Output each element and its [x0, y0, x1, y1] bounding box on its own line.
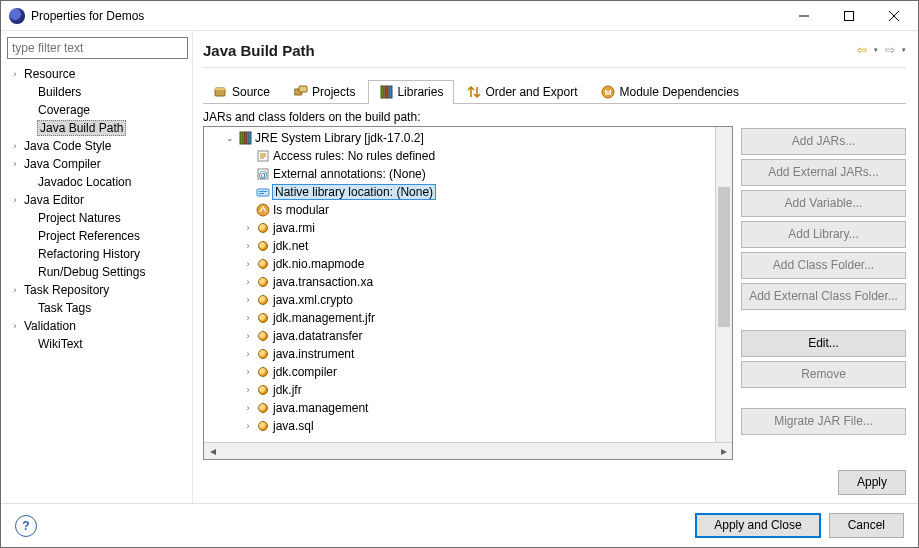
tree-row[interactable]: ›java.sql	[204, 417, 732, 435]
window-title: Properties for Demos	[31, 9, 144, 23]
tab-order-and-export[interactable]: Order and Export	[456, 80, 588, 104]
expand-icon[interactable]: ›	[242, 367, 254, 377]
tab-source[interactable]: Source	[203, 80, 281, 104]
tree-row[interactable]: ·@External annotations: (None)	[204, 165, 732, 183]
scroll-left-icon[interactable]: ◂	[204, 443, 221, 460]
nav-item[interactable]: ›Java Compiler	[7, 155, 188, 173]
tree-row[interactable]: ›java.datatransfer	[204, 327, 732, 345]
expand-icon[interactable]: ›	[9, 285, 21, 295]
tree-row[interactable]: ·Access rules: No rules defined	[204, 147, 732, 165]
expand-icon[interactable]: ›	[9, 159, 21, 169]
apply-and-close-button[interactable]: Apply and Close	[695, 513, 820, 538]
tree-row-label: java.xml.crypto	[272, 293, 354, 307]
nav-item[interactable]: ·WikiText	[7, 335, 188, 353]
expand-icon[interactable]: ⌄	[224, 133, 236, 143]
nav-item[interactable]: ›Resource	[7, 65, 188, 83]
tree-row[interactable]: ›jdk.jfr	[204, 381, 732, 399]
scrollbar-thumb[interactable]	[718, 187, 730, 327]
nav-item[interactable]: ·Coverage	[7, 101, 188, 119]
help-button[interactable]: ?	[15, 515, 37, 537]
expand-icon[interactable]: ›	[9, 69, 21, 79]
svg-rect-7	[389, 86, 392, 98]
tab-projects[interactable]: Projects	[283, 80, 366, 104]
forward-button[interactable]: ⇨	[882, 42, 898, 58]
nav-item[interactable]: ›Task Repository	[7, 281, 188, 299]
tree-row[interactable]: ›java.transaction.xa	[204, 273, 732, 291]
expand-icon[interactable]: ›	[242, 403, 254, 413]
back-button[interactable]: ⇦	[854, 42, 870, 58]
forward-menu-caret[interactable]: ▾	[902, 46, 906, 54]
tree-row[interactable]: ›java.management	[204, 399, 732, 417]
tree-row[interactable]: ·Native library location: (None)	[204, 183, 732, 201]
nav-item[interactable]: ·Project References	[7, 227, 188, 245]
tree-row[interactable]: ›java.xml.crypto	[204, 291, 732, 309]
expand-icon[interactable]: ›	[242, 385, 254, 395]
nav-item[interactable]: ›Validation	[7, 317, 188, 335]
scroll-right-icon[interactable]: ▸	[715, 443, 732, 460]
tree-row-label: jdk.nio.mapmode	[272, 257, 365, 271]
close-button[interactable]	[871, 1, 916, 31]
horizontal-scrollbar[interactable]: ◂ ▸	[204, 442, 732, 459]
maximize-button[interactable]	[826, 1, 871, 31]
category-tree[interactable]: ›Resource·Builders·Coverage·Java Build P…	[7, 65, 188, 353]
minimize-button[interactable]	[781, 1, 826, 31]
svg-text:M: M	[605, 88, 612, 97]
nav-item[interactable]: ·Javadoc Location	[7, 173, 188, 191]
expand-icon[interactable]: ›	[242, 295, 254, 305]
svg-rect-0	[844, 11, 853, 20]
tab-module-dependencies[interactable]: MModule Dependencies	[590, 80, 749, 104]
rules-icon	[256, 149, 270, 163]
svg-rect-18	[259, 193, 264, 194]
add-class-folder-button: Add Class Folder...	[741, 252, 906, 279]
tree-row-label: JRE System Library [jdk-17.0.2]	[254, 131, 425, 145]
tree-row[interactable]: ›jdk.nio.mapmode	[204, 255, 732, 273]
projects-icon	[294, 85, 308, 99]
nav-label: Project References	[37, 229, 141, 243]
nav-item[interactable]: ·Task Tags	[7, 299, 188, 317]
expand-icon[interactable]: ›	[242, 277, 254, 287]
expand-icon[interactable]: ›	[242, 259, 254, 269]
category-pane: ›Resource·Builders·Coverage·Java Build P…	[1, 31, 193, 503]
tree-row[interactable]: ›jdk.net	[204, 237, 732, 255]
expand-icon[interactable]: ›	[9, 321, 21, 331]
tab-libraries[interactable]: Libraries	[368, 80, 454, 104]
tree-row[interactable]: ›jdk.management.jfr	[204, 309, 732, 327]
package-icon	[256, 419, 270, 433]
nav-item[interactable]: ·Builders	[7, 83, 188, 101]
nav-item[interactable]: ›Java Code Style	[7, 137, 188, 155]
libraries-icon	[379, 85, 393, 99]
expand-icon[interactable]: ›	[242, 421, 254, 431]
tree-row[interactable]: ›jdk.compiler	[204, 363, 732, 381]
tree-row[interactable]: ·Is modular	[204, 201, 732, 219]
tree-row[interactable]: ›java.instrument	[204, 345, 732, 363]
nav-label: Task Repository	[23, 283, 110, 297]
expand-icon[interactable]: ›	[242, 313, 254, 323]
nav-item[interactable]: ·Java Build Path	[7, 119, 188, 137]
expand-icon[interactable]: ›	[242, 349, 254, 359]
expand-icon[interactable]: ›	[9, 141, 21, 151]
expand-icon[interactable]: ›	[242, 223, 254, 233]
nav-item[interactable]: ›Java Editor	[7, 191, 188, 209]
expand-icon[interactable]: ›	[242, 331, 254, 341]
edit-button[interactable]: Edit...	[741, 330, 906, 357]
back-menu-caret[interactable]: ▾	[874, 46, 878, 54]
nav-item[interactable]: ·Run/Debug Settings	[7, 263, 188, 281]
package-icon	[256, 401, 270, 415]
migrate-jar-file-button: Migrate JAR File...	[741, 408, 906, 435]
tree-row[interactable]: ⌄JRE System Library [jdk-17.0.2]	[204, 129, 732, 147]
nav-label: Run/Debug Settings	[37, 265, 146, 279]
tree-row[interactable]: ›java.rmi	[204, 219, 732, 237]
expand-icon[interactable]: ›	[242, 241, 254, 251]
apply-button[interactable]: Apply	[838, 470, 906, 495]
package-icon	[256, 347, 270, 361]
nav-item[interactable]: ·Refactoring History	[7, 245, 188, 263]
cancel-button[interactable]: Cancel	[829, 513, 904, 538]
vertical-scrollbar[interactable]	[715, 127, 732, 442]
tree-row-label: java.transaction.xa	[272, 275, 374, 289]
tab-label: Libraries	[397, 85, 443, 99]
package-icon	[256, 383, 270, 397]
filter-input[interactable]	[7, 37, 188, 59]
libraries-tree[interactable]: ⌄JRE System Library [jdk-17.0.2]·Access …	[203, 126, 733, 460]
nav-item[interactable]: ·Project Natures	[7, 209, 188, 227]
expand-icon[interactable]: ›	[9, 195, 21, 205]
